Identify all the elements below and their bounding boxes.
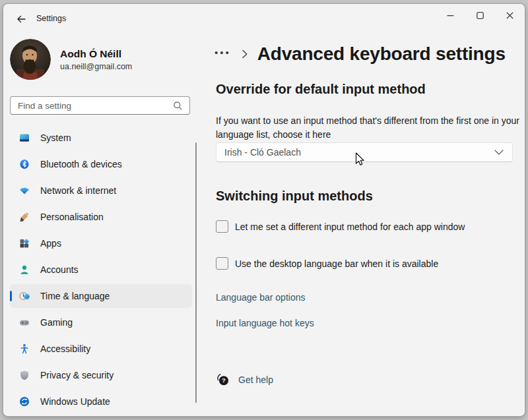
privacy-icon <box>19 370 30 380</box>
checkbox-desktop-language-bar[interactable] <box>216 257 228 270</box>
sidebar-item-label: Personalisation <box>40 212 104 222</box>
language-bar-options-link[interactable]: Language bar options <box>216 292 305 303</box>
accessibility-icon <box>19 344 30 354</box>
windows-update-icon <box>19 396 30 407</box>
get-help-icon: ? <box>216 373 230 386</box>
bluetooth-icon <box>19 159 30 169</box>
apps-icon <box>19 238 30 249</box>
checkbox-label: Use the desktop language bar when it is … <box>235 258 438 269</box>
personalisation-icon <box>19 212 30 222</box>
input-language-hot-keys-link[interactable]: Input language hot keys <box>216 318 314 328</box>
minimize-icon <box>447 12 454 19</box>
sidebar-item-windows-update[interactable]: Windows Update <box>10 390 192 413</box>
input-method-dropdown[interactable]: Irish - Cló Gaelach <box>216 142 513 162</box>
gaming-icon <box>19 317 30 328</box>
switching-section-heading: Switching input methods <box>216 189 373 204</box>
accounts-icon <box>19 264 30 275</box>
sidebar-item-system[interactable]: System <box>10 126 192 150</box>
search-input[interactable] <box>11 101 173 111</box>
sidebar-item-label: Windows Update <box>40 396 110 407</box>
sidebar-item-personalisation[interactable]: Personalisation <box>10 205 192 229</box>
search-box <box>10 96 190 115</box>
profile-email: ua.neill@gmail.com <box>60 62 132 71</box>
chevron-down-icon <box>494 150 504 155</box>
maximize-icon <box>477 12 484 19</box>
sidebar-item-apps[interactable]: Apps <box>10 231 192 255</box>
profile-name: Aodh Ó Néill <box>60 48 132 60</box>
close-button[interactable] <box>495 4 525 26</box>
checkbox-different-input-method[interactable] <box>216 220 228 233</box>
sidebar-item-label: Accessibility <box>40 344 90 354</box>
sidebar-item-privacy-security[interactable]: Privacy & security <box>10 363 192 387</box>
avatar <box>10 39 51 80</box>
title-bar: Settings <box>3 4 525 33</box>
get-help-link[interactable]: Get help <box>238 375 273 385</box>
search-icon[interactable] <box>173 101 183 111</box>
override-description: If you want to use an input method that'… <box>216 114 521 142</box>
sidebar-item-label: System <box>40 133 71 143</box>
svg-text:?: ? <box>222 376 226 384</box>
get-help-row: ? Get help <box>216 373 273 386</box>
user-profile[interactable]: Aodh Ó Néill ua.neill@gmail.com <box>10 39 132 80</box>
sidebar-item-label: Bluetooth & devices <box>40 159 122 169</box>
breadcrumb-chevron-icon <box>242 49 248 59</box>
breadcrumb-ellipsis-button[interactable]: ••• <box>214 47 231 62</box>
checkbox-label: Let me set a different input method for … <box>235 222 465 232</box>
override-section-heading: Override for default input method <box>216 82 426 97</box>
sidebar-item-network-internet[interactable]: Network & internet <box>10 179 192 202</box>
minimize-button[interactable] <box>436 4 465 26</box>
time-language-icon <box>19 291 30 301</box>
page-title: Advanced keyboard settings <box>257 44 506 65</box>
network-icon <box>19 185 30 196</box>
sidebar-item-bluetooth-devices[interactable]: Bluetooth & devices <box>10 152 192 176</box>
close-icon <box>506 12 513 19</box>
sidebar-item-label: Network & internet <box>40 185 116 196</box>
checkbox-row-app-window: Let me set a different input method for … <box>216 220 465 233</box>
system-icon <box>19 133 30 143</box>
sidebar-nav: System Bluetooth & devices <box>10 126 192 416</box>
page-header: ••• Advanced keyboard settings <box>214 41 506 67</box>
sidebar-item-gaming[interactable]: Gaming <box>10 311 192 334</box>
settings-window: Settings <box>3 3 525 417</box>
sidebar-item-label: Privacy & security <box>40 370 114 380</box>
back-arrow-icon <box>16 14 26 24</box>
window-title: Settings <box>36 14 66 23</box>
sidebar-item-label: Time & language <box>40 291 110 301</box>
sidebar-item-label: Apps <box>40 238 61 249</box>
dropdown-selected-value: Irish - Cló Gaelach <box>216 147 494 158</box>
maximize-button[interactable] <box>465 4 495 26</box>
sidebar-item-label: Gaming <box>40 317 73 328</box>
sidebar-scrollbar[interactable] <box>195 142 197 403</box>
checkbox-row-language-bar: Use the desktop language bar when it is … <box>216 257 438 270</box>
back-button[interactable] <box>11 10 31 28</box>
sidebar-item-time-language[interactable]: Time & language <box>10 284 192 308</box>
sidebar-item-accessibility[interactable]: Accessibility <box>10 337 192 361</box>
sidebar-item-label: Accounts <box>40 264 79 275</box>
sidebar-item-accounts[interactable]: Accounts <box>10 258 192 282</box>
